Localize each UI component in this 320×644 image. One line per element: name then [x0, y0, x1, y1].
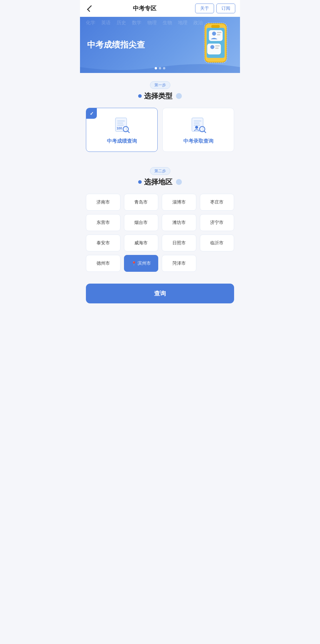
svg-point-4 — [212, 32, 216, 36]
step2-section: 第二步 选择地区 — [80, 159, 240, 189]
svg-rect-14 — [117, 123, 123, 123]
step1-title: 选择类型 — [144, 91, 172, 101]
banner-phone-illustration — [196, 22, 234, 68]
region-item-weifang[interactable]: 潍坊市 — [162, 214, 196, 231]
svg-rect-10 — [215, 48, 219, 49]
svg-line-25 — [204, 131, 206, 133]
svg-rect-2 — [211, 25, 220, 28]
svg-rect-7 — [207, 44, 221, 55]
banner-dot-1 — [155, 67, 157, 69]
svg-rect-3 — [209, 30, 223, 41]
selected-check-icon: ✓ — [86, 108, 97, 119]
step2-badge: 第二步 — [150, 167, 170, 175]
svg-rect-15 — [117, 125, 124, 126]
region-item-heze[interactable]: 菏泽市 — [162, 255, 196, 272]
svg-point-8 — [210, 45, 215, 49]
query-bar: 查询 — [80, 279, 240, 309]
about-button[interactable]: 关于 — [195, 4, 214, 13]
region-item-zaozhuang[interactable]: 枣庄市 — [200, 194, 234, 211]
admission-card-icon — [190, 116, 207, 134]
region-item-weihai[interactable]: 威海市 — [124, 235, 159, 251]
svg-point-23 — [195, 126, 198, 129]
region-item-jinan[interactable]: 济南市 — [86, 194, 120, 211]
svg-rect-6 — [217, 34, 221, 35]
svg-rect-20 — [194, 121, 201, 121]
region-item-dongying[interactable]: 东营市 — [86, 214, 120, 231]
region-item-qingdao[interactable]: 青岛市 — [124, 194, 159, 211]
svg-rect-5 — [217, 32, 221, 33]
score-card-icon: 100 — [113, 116, 131, 134]
back-button[interactable] — [85, 4, 94, 13]
step1-title-row: 选择类型 — [138, 91, 182, 101]
svg-rect-13 — [117, 121, 125, 121]
svg-rect-22 — [194, 125, 200, 126]
type-cards: ✓ 100 中考成绩查询 — [80, 103, 240, 159]
region-item-yantai[interactable]: 烟台市 — [124, 214, 159, 231]
page-title: 中考专区 — [94, 4, 195, 12]
query-button[interactable]: 查询 — [86, 284, 234, 303]
step1-badge: 第一步 — [150, 81, 170, 89]
banner-dot-3 — [163, 67, 165, 69]
step1-deco — [176, 93, 182, 99]
banner-dots — [155, 67, 165, 69]
region-item-binzhou[interactable]: 📍滨州市 — [124, 255, 159, 272]
svg-line-18 — [128, 131, 129, 133]
header-actions: 关于 订阅 — [195, 4, 235, 13]
admission-card-label: 中考录取查询 — [183, 138, 213, 144]
svg-rect-9 — [215, 45, 220, 46]
step2-bullet — [138, 180, 142, 184]
region-item-rizhao[interactable]: 日照市 — [162, 235, 196, 251]
banner-text: 中考成绩指尖查 — [87, 40, 145, 50]
banner: 化学 英语 历史 数学 物理 生物 地理 政治 中考成绩指尖查 — [80, 17, 240, 73]
region-item-taian[interactable]: 泰安市 — [86, 235, 120, 251]
region-item-jining[interactable]: 济宁市 — [200, 214, 234, 231]
step1-bullet — [138, 94, 142, 98]
header: 中考专区 关于 订阅 — [80, 0, 240, 17]
banner-dot-2 — [159, 67, 161, 69]
banner-title: 中考成绩指尖查 — [87, 40, 145, 50]
step2-deco — [176, 179, 182, 185]
back-icon — [87, 5, 94, 12]
step1-section: 第一步 选择类型 — [80, 73, 240, 103]
type-card-admission[interactable]: 中考录取查询 — [162, 108, 234, 152]
svg-text:100: 100 — [117, 126, 122, 130]
step2-title: 选择地区 — [144, 177, 172, 187]
svg-rect-21 — [194, 123, 200, 123]
region-item-dezhou[interactable]: 德州市 — [86, 255, 120, 272]
region-item-linyi[interactable]: 临沂市 — [200, 235, 234, 251]
score-card-label: 中考成绩查询 — [107, 138, 137, 144]
region-grid: 济南市青岛市淄博市枣庄市东营市烟台市潍坊市济宁市泰安市威海市日照市临沂市德州市📍… — [80, 189, 240, 279]
type-card-score[interactable]: ✓ 100 中考成绩查询 — [86, 108, 158, 152]
region-item-zibo[interactable]: 淄博市 — [162, 194, 196, 211]
step2-title-row: 选择地区 — [138, 177, 182, 187]
subscribe-button[interactable]: 订阅 — [216, 4, 235, 13]
